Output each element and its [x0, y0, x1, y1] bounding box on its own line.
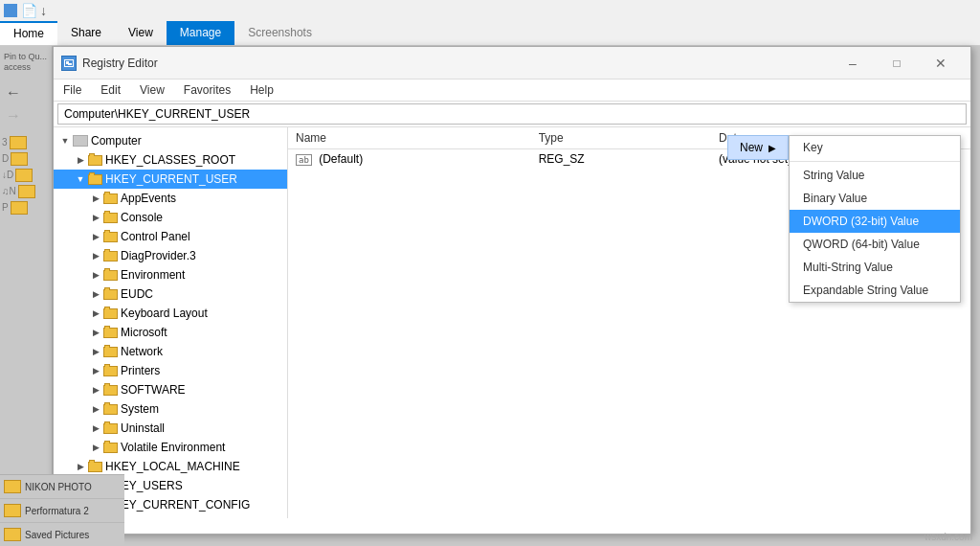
watermark: wsxdn.com [924, 532, 972, 542]
ctx-separator-1 [790, 161, 960, 162]
qa-item-4[interactable]: ♫N [2, 185, 50, 198]
address-bar [54, 102, 970, 127]
menu-edit[interactable]: Edit [91, 81, 130, 99]
registry-editor-window: Registry Editor – □ ✕ File Edit View Fav… [53, 46, 971, 535]
tree-item-network[interactable]: ▶ Network [54, 342, 287, 361]
quick-access-toolbar: 📄 ↓ [21, 3, 47, 18]
ctx-item-expandable-string[interactable]: Expandable String Value [790, 279, 960, 302]
tree-item-uninstall[interactable]: ▶ Uninstall [54, 419, 287, 438]
menu-help[interactable]: Help [240, 81, 283, 99]
qa-item-3[interactable]: ↓D [2, 169, 50, 182]
menu-bar: File Edit View Favorites Help [54, 80, 970, 102]
window-title: Registry Editor [82, 57, 158, 70]
menu-view[interactable]: View [130, 81, 174, 99]
toggle-hkcu[interactable]: ▼ [73, 174, 88, 184]
nav-forward[interactable]: → [2, 105, 50, 126]
tree-item-eudc[interactable]: ▶ EUDC [54, 284, 287, 304]
tree-panel: ▼ Computer ▶ HKEY_CLASSES_ROOT ▼ HKEY_CU… [54, 127, 288, 518]
qa-item-2[interactable]: D [2, 152, 50, 166]
new-button-label: New [740, 141, 763, 154]
window-controls: – □ ✕ [831, 54, 963, 73]
tab-screenshots[interactable]: Screenshots [234, 21, 325, 45]
toggle-computer[interactable]: ▼ [57, 136, 73, 146]
ctx-item-multi-string[interactable]: Multi-String Value [790, 256, 960, 279]
data-panel: Name Type Data ab (Default) REG_SZ (valu… [288, 127, 970, 518]
tree-label: Computer [91, 134, 142, 148]
quick-access-sidebar: Pin to Qu...access ← → 3 D ↓D ♫N P [0, 46, 53, 546]
tree-item-volatile[interactable]: ▶ Volatile Environment [54, 438, 287, 457]
quick-access-icon [4, 4, 17, 17]
default-icon: ab [296, 154, 312, 166]
nav-back[interactable]: ← [2, 82, 50, 103]
menu-file[interactable]: File [54, 81, 91, 99]
tree-item-keyboard-layout[interactable]: ▶ Keyboard Layout [54, 304, 287, 323]
tab-manage[interactable]: Manage [167, 21, 234, 45]
tree-item-system[interactable]: ▶ System [54, 399, 287, 419]
ctx-item-key[interactable]: Key [790, 136, 960, 159]
taskbar-bottom-folders: NIKON PHOTO Performatura 2 Saved Picture… [0, 474, 124, 546]
cell-type: REG_SZ [531, 149, 711, 170]
ctx-item-binary-value[interactable]: Binary Value [790, 187, 960, 210]
qa-item-5[interactable]: P [2, 201, 50, 215]
tree-label: HKEY_CLASSES_ROOT [105, 153, 235, 167]
main-area: ▼ Computer ▶ HKEY_CLASSES_ROOT ▼ HKEY_CU… [54, 127, 970, 518]
tree-item-printers[interactable]: ▶ Printers [54, 361, 287, 380]
new-button-arrow: ▶ [768, 143, 776, 153]
tab-home[interactable]: Home [0, 21, 57, 45]
taskbar-folder-1[interactable]: NIKON PHOTO [0, 475, 124, 499]
tree-item-appevents[interactable]: ▶ AppEvents [54, 189, 287, 208]
maximize-button[interactable]: □ [875, 54, 919, 73]
tab-view[interactable]: View [115, 21, 167, 45]
menu-favorites[interactable]: Favorites [174, 81, 240, 99]
close-button[interactable]: ✕ [919, 54, 963, 73]
ctx-item-qword[interactable]: QWORD (64-bit) Value [790, 233, 960, 256]
tree-item-computer[interactable]: ▼ Computer [54, 131, 287, 150]
address-input[interactable] [57, 103, 967, 125]
context-menu: Key String Value Binary Value DWORD (32-… [789, 135, 961, 303]
minimize-button[interactable]: – [831, 54, 875, 73]
taskbar-folder-2[interactable]: Performatura 2 [0, 499, 124, 523]
pin-to-quick-access: Pin to Qu...access [2, 50, 50, 75]
title-bar: Registry Editor – □ ✕ [54, 47, 970, 80]
tab-share[interactable]: Share [57, 21, 115, 45]
tree-item-control-panel[interactable]: ▶ Control Panel [54, 227, 287, 246]
cell-name: ab (Default) [288, 149, 531, 170]
tree-item-software[interactable]: ▶ SOFTWARE [54, 380, 287, 399]
col-name: Name [288, 127, 531, 149]
ctx-item-string-value[interactable]: String Value [790, 164, 960, 187]
tree-item-environment[interactable]: ▶ Environment [54, 265, 287, 284]
toggle-hkcr[interactable]: ▶ [73, 155, 88, 165]
tree-item-console[interactable]: ▶ Console [54, 208, 287, 227]
ctx-item-dword[interactable]: DWORD (32-bit) Value [790, 210, 960, 233]
tree-item-microsoft[interactable]: ▶ Microsoft [54, 323, 287, 342]
tree-item-diagprovider[interactable]: ▶ DiagProvider.3 [54, 246, 287, 265]
tree-item-hkey-classes-root[interactable]: ▶ HKEY_CLASSES_ROOT [54, 150, 287, 170]
tree-label: HKEY_CURRENT_USER [105, 172, 237, 186]
taskbar-folder-3[interactable]: Saved Pictures [0, 523, 124, 546]
tree-item-hkey-current-user[interactable]: ▼ HKEY_CURRENT_USER [54, 170, 287, 189]
app-icon [61, 56, 77, 71]
col-type: Type [531, 127, 711, 149]
tree-item-hkey-local-machine[interactable]: ▶ HKEY_LOCAL_MACHINE [54, 457, 287, 476]
context-menu-area: New ▶ Key String Value Binary Value DWOR… [727, 135, 961, 303]
qa-item-1[interactable]: 3 [2, 136, 50, 149]
new-button[interactable]: New ▶ [727, 135, 789, 160]
folder-icon [73, 135, 88, 147]
